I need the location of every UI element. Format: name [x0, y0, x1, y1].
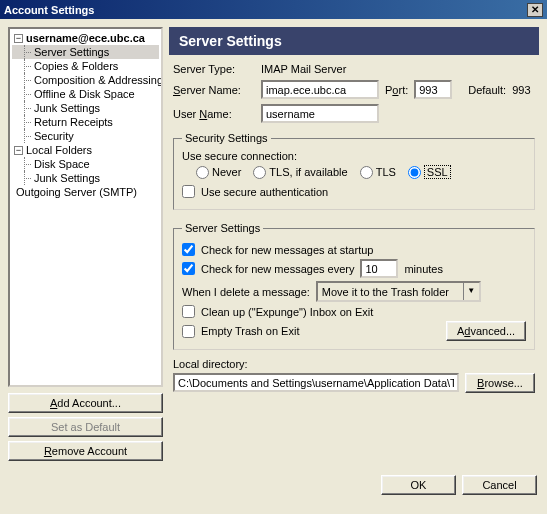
panel-header: Server Settings — [169, 27, 539, 55]
use-secure-auth[interactable]: Use secure authentication — [182, 185, 526, 198]
dialog-content: − username@ece.ubc.ca Server Settings Co… — [0, 19, 547, 469]
row-server-type: Server Type: IMAP Mail Server — [169, 63, 539, 75]
row-user-name: User Name: — [169, 104, 539, 123]
security-settings-group: Security Settings Use secure connection:… — [173, 132, 535, 210]
tree-return-receipts[interactable]: Return Receipts — [12, 115, 159, 129]
when-delete-label: When I delete a message: — [182, 286, 310, 298]
cleanup-checkbox[interactable] — [182, 305, 195, 318]
tree-offline[interactable]: Offline & Disk Space — [12, 87, 159, 101]
security-legend: Security Settings — [182, 132, 271, 144]
server-type-value: IMAP Mail Server — [261, 63, 346, 75]
tree-local-folders[interactable]: − Local Folders — [12, 143, 159, 157]
server-name-label: Server Name: — [173, 84, 255, 96]
local-directory-input[interactable] — [173, 373, 459, 392]
sidebar: − username@ece.ubc.ca Server Settings Co… — [8, 27, 163, 461]
collapse-icon[interactable]: − — [14, 146, 23, 155]
tree-server-settings[interactable]: Server Settings — [12, 45, 159, 59]
browse-button[interactable]: Browse... — [465, 373, 535, 393]
account-tree[interactable]: − username@ece.ubc.ca Server Settings Co… — [8, 27, 163, 387]
check-every[interactable]: Check for new messages every minutes — [182, 259, 526, 278]
add-account-button[interactable]: Add Account... — [8, 393, 163, 413]
close-button[interactable]: ✕ — [527, 3, 543, 17]
set-default-button: Set as Default — [8, 417, 163, 437]
cancel-button[interactable]: Cancel — [462, 475, 537, 495]
radio-ssl[interactable]: SSL — [408, 165, 451, 179]
radio-tls-if[interactable]: TLS, if available — [253, 166, 347, 179]
tree-junk[interactable]: Junk Settings — [12, 101, 159, 115]
remove-account-button[interactable]: Remove Account — [8, 441, 163, 461]
radio-tls[interactable]: TLS — [360, 166, 396, 179]
row-server-name: Server Name: Port: Default: 993 — [169, 80, 539, 99]
check-startup-checkbox[interactable] — [182, 243, 195, 256]
use-secure-label: Use secure connection: — [182, 150, 526, 162]
titlebar: Account Settings ✕ — [0, 0, 547, 19]
empty-trash-on-exit[interactable]: Empty Trash on Exit — [182, 325, 299, 338]
tree-security[interactable]: Security — [12, 129, 159, 143]
user-name-input[interactable] — [261, 104, 379, 123]
check-every-checkbox[interactable] — [182, 262, 195, 275]
window-title: Account Settings — [4, 4, 94, 16]
local-directory-section: Local directory: Browse... — [169, 358, 539, 393]
user-name-label: User Name: — [173, 108, 255, 120]
server-settings-group: Server Settings Check for new messages a… — [173, 222, 535, 350]
tree-composition[interactable]: Composition & Addressing — [12, 73, 159, 87]
sidebar-buttons: Add Account... Set as Default Remove Acc… — [8, 393, 163, 461]
radio-never[interactable]: Never — [196, 166, 241, 179]
chevron-down-icon: ▼ — [463, 283, 479, 300]
server-legend: Server Settings — [182, 222, 263, 234]
delete-action-select[interactable]: Move it to the Trash folder ▼ — [316, 281, 481, 302]
cleanup-on-exit[interactable]: Clean up ("Expunge") Inbox on Exit — [182, 305, 526, 318]
ok-button[interactable]: OK — [381, 475, 456, 495]
server-name-input[interactable] — [261, 80, 379, 99]
when-delete-row: When I delete a message: Move it to the … — [182, 281, 526, 302]
default-port-value: 993 — [512, 84, 530, 96]
local-folders-label: Local Folders — [26, 144, 92, 156]
check-interval-input[interactable] — [360, 259, 398, 278]
collapse-icon[interactable]: − — [14, 34, 23, 43]
empty-trash-checkbox[interactable] — [182, 325, 195, 338]
tree-disk-space[interactable]: Disk Space — [12, 157, 159, 171]
tree-copies-folders[interactable]: Copies & Folders — [12, 59, 159, 73]
server-type-label: Server Type: — [173, 63, 255, 75]
advanced-button[interactable]: Advanced... — [446, 321, 526, 341]
local-directory-label: Local directory: — [173, 358, 535, 370]
tree-local-junk[interactable]: Junk Settings — [12, 171, 159, 185]
port-input[interactable] — [414, 80, 452, 99]
dialog-footer: OK Cancel — [0, 469, 547, 501]
secure-auth-checkbox[interactable] — [182, 185, 195, 198]
delete-action-value: Move it to the Trash folder — [322, 286, 459, 298]
default-label: Default: — [468, 84, 506, 96]
account-label: username@ece.ubc.ca — [26, 32, 145, 44]
tree-account-root[interactable]: − username@ece.ubc.ca — [12, 31, 159, 45]
main-panel: Server Settings Server Type: IMAP Mail S… — [169, 27, 539, 461]
check-startup[interactable]: Check for new messages at startup — [182, 243, 526, 256]
tree-outgoing[interactable]: Outgoing Server (SMTP) — [12, 185, 159, 199]
port-label: Port: — [385, 84, 408, 96]
secure-connection-options: Never TLS, if available TLS SSL — [182, 165, 526, 179]
